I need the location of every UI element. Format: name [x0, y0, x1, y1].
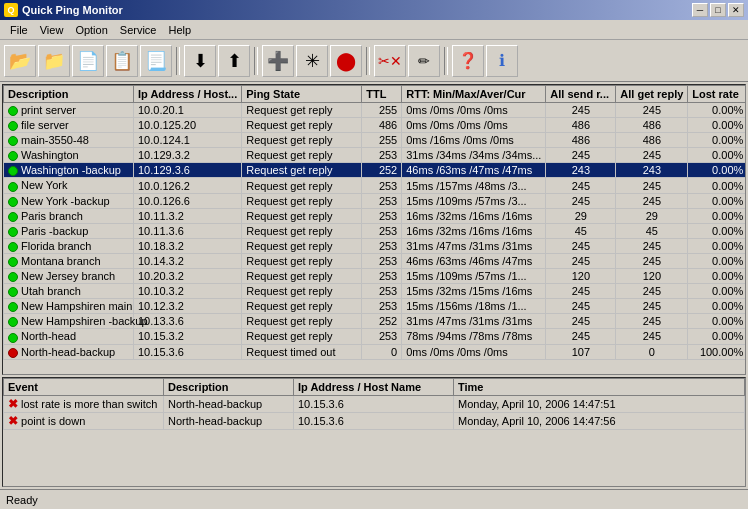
- cell-send: 245: [546, 238, 616, 253]
- status-dot: [8, 212, 18, 222]
- cell-desc: Paris -backup: [4, 223, 134, 238]
- event-cell-ip: 10.15.3.6: [294, 413, 454, 430]
- status-text: Ready: [6, 494, 38, 506]
- event-row[interactable]: ✖ point is down North-head-backup 10.15.…: [4, 413, 745, 430]
- up-btn[interactable]: ⬆: [218, 45, 250, 77]
- help-btn[interactable]: ❓: [452, 45, 484, 77]
- cell-ip: 10.14.3.2: [134, 253, 242, 268]
- event-row[interactable]: ✖ lost rate is more than switch North-he…: [4, 396, 745, 413]
- cell-ip: 10.15.3.2: [134, 329, 242, 344]
- open-folder-btn[interactable]: 📂: [4, 45, 36, 77]
- menu-file[interactable]: File: [4, 22, 34, 38]
- cut-btn[interactable]: ✂✕: [374, 45, 406, 77]
- menu-view[interactable]: View: [34, 22, 70, 38]
- app-title: Quick Ping Monitor: [22, 4, 123, 16]
- table-row[interactable]: New Jersey branch 10.20.3.2 Request get …: [4, 269, 746, 284]
- table-row[interactable]: Utah branch 10.10.3.2 Request get reply …: [4, 284, 746, 299]
- cell-send: 245: [546, 253, 616, 268]
- cell-desc: Montana branch: [4, 253, 134, 268]
- cell-send: 45: [546, 223, 616, 238]
- cell-state: Request get reply: [242, 223, 362, 238]
- down-btn[interactable]: ⬇: [184, 45, 216, 77]
- menu-help[interactable]: Help: [163, 22, 198, 38]
- add-btn[interactable]: ➕: [262, 45, 294, 77]
- cell-rtt: 0ms /16ms /0ms /0ms: [402, 133, 546, 148]
- new-file-btn[interactable]: 📄: [72, 45, 104, 77]
- cell-state: Request get reply: [242, 238, 362, 253]
- cell-lost: 0.00%: [688, 299, 745, 314]
- cell-desc: file server: [4, 118, 134, 133]
- paste-btn[interactable]: 📃: [140, 45, 172, 77]
- status-dot: [8, 317, 18, 327]
- col-header-ip: Ip Address / Host...: [134, 86, 242, 103]
- cell-ttl: 252: [362, 163, 402, 178]
- cell-ttl: 253: [362, 238, 402, 253]
- cell-ttl: 0: [362, 344, 402, 359]
- cell-lost: 0.00%: [688, 329, 745, 344]
- maximize-button[interactable]: □: [710, 3, 726, 17]
- event-col-time: Time: [454, 379, 745, 396]
- event-col-ip: Ip Address / Host Name: [294, 379, 454, 396]
- edit-btn[interactable]: ✏: [408, 45, 440, 77]
- table-row[interactable]: North-head 10.15.3.2 Request get reply 2…: [4, 329, 746, 344]
- cell-ttl: 253: [362, 329, 402, 344]
- cell-ttl: 253: [362, 208, 402, 223]
- open-file-btn[interactable]: 📁: [38, 45, 70, 77]
- cell-lost: 0.00%: [688, 284, 745, 299]
- cell-state: Request get reply: [242, 208, 362, 223]
- copy-btn[interactable]: 📋: [106, 45, 138, 77]
- settings-btn[interactable]: ✳: [296, 45, 328, 77]
- app-icon: Q: [4, 3, 18, 17]
- cell-rtt: 16ms /32ms /16ms /16ms: [402, 208, 546, 223]
- cell-state: Request get reply: [242, 284, 362, 299]
- cell-ip: 10.15.3.6: [134, 344, 242, 359]
- col-header-desc: Description: [4, 86, 134, 103]
- error-icon: ✖: [8, 414, 18, 428]
- info-btn[interactable]: ℹ: [486, 45, 518, 77]
- status-dot: [8, 257, 18, 267]
- table-row[interactable]: New York 10.0.126.2 Request get reply 25…: [4, 178, 746, 193]
- table-row[interactable]: main-3550-48 10.0.124.1 Request get repl…: [4, 133, 746, 148]
- close-button[interactable]: ✕: [728, 3, 744, 17]
- menu-option[interactable]: Option: [69, 22, 113, 38]
- table-row[interactable]: Paris branch 10.11.3.2 Request get reply…: [4, 208, 746, 223]
- table-row[interactable]: Florida branch 10.18.3.2 Request get rep…: [4, 238, 746, 253]
- table-row[interactable]: New Hampshiren main 10.12.3.2 Request ge…: [4, 299, 746, 314]
- status-dot: [8, 121, 18, 131]
- table-row[interactable]: New Hampshiren -backup 10.13.3.6 Request…: [4, 314, 746, 329]
- cell-lost: 0.00%: [688, 148, 745, 163]
- table-row[interactable]: New York -backup 10.0.126.6 Request get …: [4, 193, 746, 208]
- cell-recv: 0: [616, 344, 688, 359]
- event-cell-desc: North-head-backup: [164, 413, 294, 430]
- title-bar: Q Quick Ping Monitor ─ □ ✕: [0, 0, 748, 20]
- table-row[interactable]: Montana branch 10.14.3.2 Request get rep…: [4, 253, 746, 268]
- cell-rtt: 15ms /157ms /48ms /3...: [402, 178, 546, 193]
- table-row[interactable]: print server 10.0.20.1 Request get reply…: [4, 103, 746, 118]
- cell-lost: 0.00%: [688, 133, 745, 148]
- table-row[interactable]: Paris -backup 10.11.3.6 Request get repl…: [4, 223, 746, 238]
- cell-ttl: 253: [362, 193, 402, 208]
- cell-lost: 0.00%: [688, 193, 745, 208]
- stop-btn[interactable]: ⬤: [330, 45, 362, 77]
- cell-ttl: 255: [362, 103, 402, 118]
- minimize-button[interactable]: ─: [692, 3, 708, 17]
- table-row[interactable]: Washington -backup 10.129.3.6 Request ge…: [4, 163, 746, 178]
- table-row[interactable]: North-head-backup 10.15.3.6 Request time…: [4, 344, 746, 359]
- table-row[interactable]: file server 10.0.125.20 Request get repl…: [4, 118, 746, 133]
- menu-bar: File View Option Service Help: [0, 20, 748, 40]
- cell-rtt: 31ms /34ms /34ms /34ms...: [402, 148, 546, 163]
- status-dot: [8, 151, 18, 161]
- cell-ip: 10.0.20.1: [134, 103, 242, 118]
- cell-rtt: 15ms /109ms /57ms /3...: [402, 193, 546, 208]
- cell-recv: 245: [616, 238, 688, 253]
- cell-send: 243: [546, 163, 616, 178]
- cell-send: 245: [546, 193, 616, 208]
- cell-state: Request timed out: [242, 344, 362, 359]
- cell-state: Request get reply: [242, 133, 362, 148]
- menu-service[interactable]: Service: [114, 22, 163, 38]
- table-row[interactable]: Washington 10.129.3.2 Request get reply …: [4, 148, 746, 163]
- cell-lost: 0.00%: [688, 223, 745, 238]
- col-header-state: Ping State: [242, 86, 362, 103]
- cell-state: Request get reply: [242, 314, 362, 329]
- cell-rtt: 15ms /32ms /15ms /16ms: [402, 284, 546, 299]
